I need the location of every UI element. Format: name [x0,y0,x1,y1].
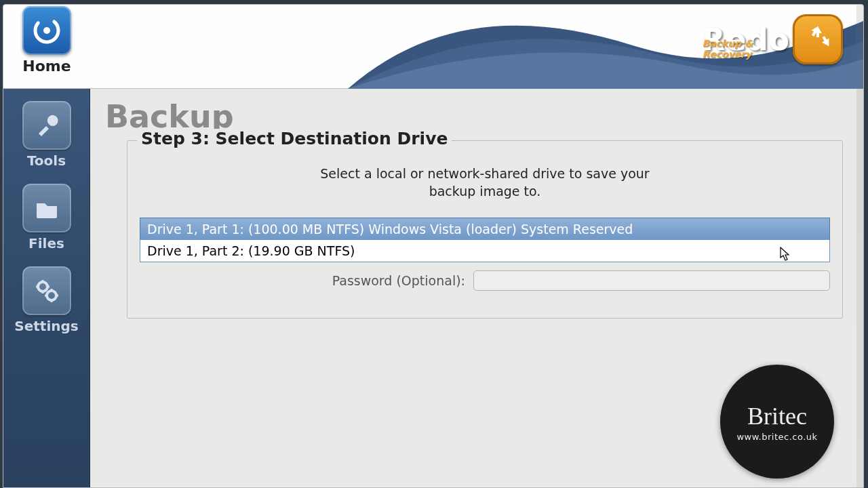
watermark-title: Britec [747,402,807,430]
recycle-icon [793,14,843,64]
files-icon [22,184,71,232]
nav-home[interactable]: Home [13,6,81,75]
sidebar: Tools Files Setti [3,89,90,487]
tools-icon [22,101,71,150]
destination-drive-dropdown[interactable]: Drive 1, Part 1: (100.00 MB NTFS) Window… [140,218,830,262]
step-fieldset: Step 3: Select Destination Drive Select … [127,140,843,319]
drive-option[interactable]: Drive 1, Part 2: (19.90 GB NTFS) [140,240,830,262]
britec-watermark: Britec www.britec.co.uk [720,365,834,479]
app-banner: Home Redo Backup & Recovery [3,5,863,89]
sidebar-item-tools[interactable]: Tools [3,96,90,178]
sidebar-item-label: Settings [3,318,90,334]
instruction-text: Select a local or network-shared drive t… [295,165,675,200]
nav-home-label: Home [13,58,81,75]
window-edge [856,5,863,487]
svg-point-3 [47,291,56,300]
svg-point-2 [38,282,47,291]
sidebar-item-label: Tools [3,152,90,169]
password-field[interactable] [473,270,830,291]
sidebar-item-files[interactable]: Files [3,178,90,261]
step-title: Step 3: Select Destination Drive [137,129,452,148]
watermark-url: www.britec.co.uk [736,432,817,442]
svg-point-1 [43,27,50,34]
sidebar-item-settings[interactable]: Settings [3,261,90,344]
logo-tagline: Backup & Recovery [703,38,783,60]
home-icon [22,6,71,55]
settings-icon [22,266,71,315]
app-logo: Redo Backup & Recovery [703,14,843,64]
mouse-cursor-icon [780,247,791,262]
drive-option[interactable]: Drive 1, Part 1: (100.00 MB NTFS) Window… [140,218,830,240]
sidebar-item-label: Files [3,235,90,251]
password-label: Password (Optional): [140,273,465,288]
password-row: Password (Optional): [140,270,830,291]
